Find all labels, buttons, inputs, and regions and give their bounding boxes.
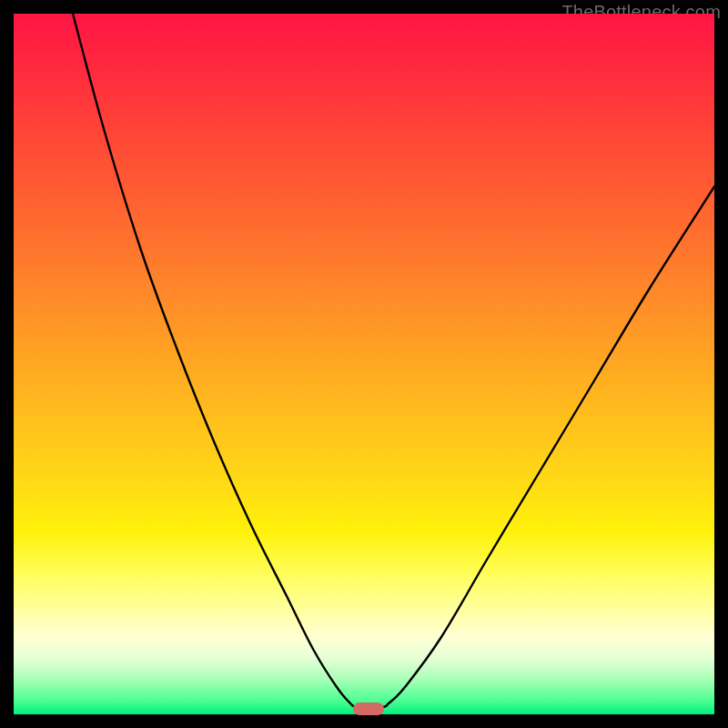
optimum-marker (353, 703, 384, 715)
bottleneck-curve (14, 14, 714, 714)
chart-frame: TheBottleneck.com (0, 0, 728, 728)
plot-area (14, 14, 714, 714)
